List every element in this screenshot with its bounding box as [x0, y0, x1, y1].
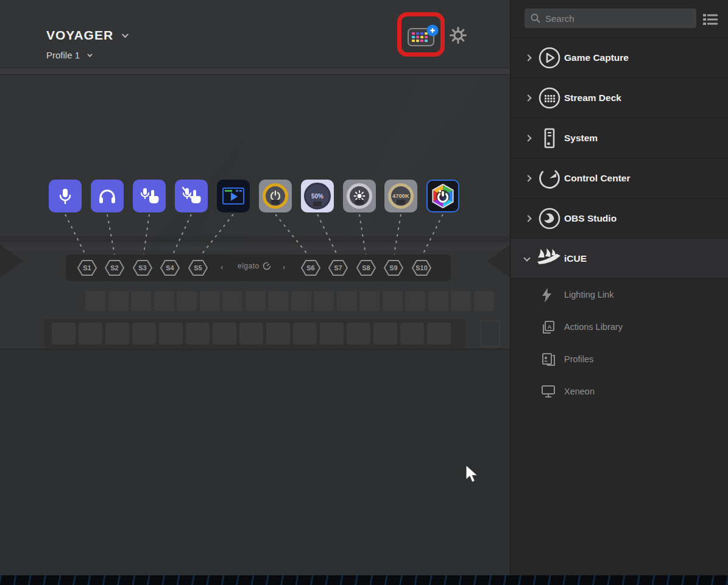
- action-tile-microphone[interactable]: [49, 180, 82, 212]
- key-badge-s1[interactable]: S1: [77, 259, 97, 276]
- sidebar-item-stream-deck[interactable]: Stream Deck: [511, 78, 728, 118]
- obs-studio-icon: [538, 207, 561, 230]
- stream-preview-icon: [222, 187, 244, 205]
- key-badge-s7[interactable]: S7: [328, 259, 348, 276]
- system-icon: [538, 127, 561, 150]
- list-icon: [702, 13, 718, 26]
- add-keyboard-button[interactable]: [406, 23, 440, 49]
- sidebar-subitem-xeneon[interactable]: Xeneon: [511, 376, 728, 408]
- device-name-label: VOYAGER: [46, 28, 113, 43]
- sidebar-subitem-label: Lighting Link: [564, 279, 613, 311]
- brightness-value: 50%: [311, 193, 323, 200]
- action-tile-headphones[interactable]: [91, 180, 124, 212]
- sidebar-item-obs-studio[interactable]: OBS Studio: [511, 198, 728, 239]
- sidebar-item-control-center[interactable]: Control Center: [511, 158, 728, 198]
- sidebar-subitem-lighting-link[interactable]: Lighting Link: [511, 279, 728, 311]
- key-badge-s6[interactable]: S6: [300, 259, 321, 276]
- view-toggle-button[interactable]: [702, 13, 718, 26]
- action-tile-power-dial[interactable]: [259, 180, 292, 212]
- action-tile-push-to-mute[interactable]: [175, 180, 208, 212]
- headphones-icon: [97, 187, 117, 205]
- action-tile-sun-dial[interactable]: [343, 180, 376, 212]
- sidebar-subitem-label: Actions Library: [564, 311, 623, 343]
- power-dial-icon: [263, 183, 288, 209]
- svg-text:S8: S8: [362, 264, 370, 271]
- lightning-icon: [541, 288, 553, 303]
- color-temperature-dial-icon: 4700K: [388, 183, 414, 209]
- smart-key-strip: S1 S2 S3 S4 S5 ‹ elgato › S6 S7 S8 S9 S1…: [66, 254, 451, 281]
- chevron-right-icon: [525, 135, 531, 141]
- ghost-key-row: [44, 319, 465, 348]
- key-badge-s5[interactable]: S5: [188, 259, 208, 276]
- svg-text:S4: S4: [166, 264, 174, 271]
- game-capture-icon: [538, 46, 561, 69]
- sidebar-search-row: [511, 0, 728, 38]
- search-box[interactable]: [525, 9, 696, 28]
- microphone-icon: [56, 187, 74, 205]
- chevron-down-icon: [523, 254, 530, 261]
- svg-text:S1: S1: [83, 264, 91, 271]
- key-badge-s3[interactable]: S3: [132, 259, 153, 276]
- key-badge-s8[interactable]: S8: [356, 259, 376, 276]
- gear-icon: [449, 26, 467, 44]
- sidebar-subitem-label: Profiles: [564, 343, 593, 376]
- strip-next-arrow[interactable]: ›: [283, 262, 285, 271]
- chevron-down-icon: [122, 31, 129, 38]
- search-icon: [531, 13, 540, 23]
- sidebar-item-game-capture[interactable]: Game Capture: [511, 38, 728, 78]
- action-tile-push-to-talk[interactable]: [133, 180, 166, 212]
- app-window: VOYAGER Profile 1: [0, 0, 728, 585]
- key-badge-s10[interactable]: S10: [411, 259, 432, 276]
- sidebar-item-label: System: [564, 118, 598, 158]
- action-tile-stream-preview[interactable]: [217, 180, 250, 212]
- key-badge-s4[interactable]: S4: [160, 259, 180, 276]
- settings-button[interactable]: [449, 26, 467, 44]
- color-temperature-value: 4700K: [392, 193, 409, 199]
- icue-logo-icon: [431, 184, 455, 208]
- sun-dial-icon: [347, 183, 372, 209]
- sidebar-item-label: OBS Studio: [564, 198, 617, 239]
- profile-selector[interactable]: Profile 1: [46, 50, 91, 60]
- strip-prev-arrow[interactable]: ‹: [221, 262, 223, 271]
- action-tile-icue-selected[interactable]: [426, 180, 459, 212]
- profile-name-label: Profile 1: [46, 50, 80, 60]
- brightness-dial-icon: 50%: [304, 183, 331, 209]
- elgato-brand: elgato: [238, 262, 271, 270]
- key-badge-s9[interactable]: S9: [383, 259, 404, 276]
- chevron-down-icon: [87, 52, 92, 57]
- push-to-talk-icon: [139, 186, 160, 206]
- sidebar-item-label: Game Capture: [564, 38, 629, 78]
- svg-text:S2: S2: [110, 264, 118, 271]
- sidebar-item-system[interactable]: System: [511, 118, 728, 158]
- sidebar-item-label: Control Center: [564, 158, 631, 198]
- svg-text:A: A: [548, 324, 552, 330]
- chevron-right-icon: [525, 94, 531, 101]
- svg-text:S5: S5: [194, 264, 202, 271]
- svg-text:S3: S3: [138, 264, 146, 271]
- sidebar-item-label: Stream Deck: [564, 78, 621, 118]
- key-connector-lines: [0, 214, 510, 258]
- control-center-icon: [538, 167, 561, 190]
- ghost-key: [480, 320, 500, 347]
- action-tile-brightness-percent[interactable]: 50%: [301, 180, 334, 212]
- keyboard-add-icon: [406, 23, 440, 49]
- search-input[interactable]: [545, 13, 679, 24]
- svg-text:S6: S6: [306, 264, 314, 271]
- header-divider: [0, 68, 510, 75]
- sidebar-subitem-actions-library[interactable]: A Actions Library: [511, 311, 728, 343]
- sidebar-item-icue[interactable]: iCUE: [511, 239, 728, 279]
- sidebar-item-label: iCUE: [564, 239, 587, 279]
- device-selector[interactable]: VOYAGER: [46, 28, 127, 43]
- actions-library-icon: A: [541, 320, 556, 335]
- sidebar-subitem-profiles[interactable]: Profiles: [511, 343, 728, 376]
- inspector-panel: iCUE:Profiles +: [0, 349, 510, 575]
- key-badge-s2[interactable]: S2: [104, 259, 125, 276]
- profiles-icon: [541, 352, 556, 367]
- desktop-wallpaper-strip: [0, 575, 728, 585]
- elgato-logo-icon: [263, 262, 271, 270]
- svg-text:S7: S7: [334, 264, 342, 271]
- action-tile-color-temperature[interactable]: 4700K: [384, 180, 417, 212]
- actions-sidebar: Game Capture Stream Deck: [510, 0, 728, 575]
- chevron-right-icon: [525, 215, 531, 222]
- push-to-mute-icon: [181, 186, 202, 206]
